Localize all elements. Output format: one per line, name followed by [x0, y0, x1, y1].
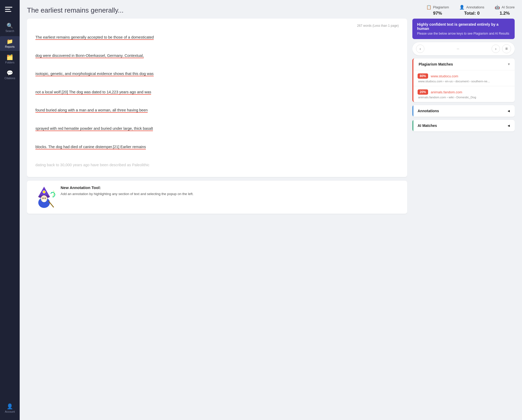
annotation-title: New Annotation Tool: [61, 185, 194, 190]
ai-matches-header[interactable]: AI Matches ◄ [412, 120, 515, 131]
stat-annotations: 👤 Annotations Total: 0 [459, 5, 484, 16]
right-panel: Highly confident text is generated entir… [412, 19, 515, 416]
annotations-chevron-icon: ◄ [507, 109, 510, 113]
sidebar-label-search: Search [6, 29, 14, 33]
main-content: The earliest remains generally... 📋 Plag… [20, 0, 522, 420]
sidebar-item-reports[interactable]: 📁 Reports [0, 36, 20, 51]
annotation-tool-card: New Annotation Tool: Add an annotation b… [27, 181, 407, 214]
annotations-section: Annotations ◄ [412, 105, 515, 117]
stat-ai-score: 🤖 AI Score 1.2% [495, 5, 515, 16]
content-area: 267 words (Less than 1 page) The earlies… [20, 19, 522, 420]
ai-chevron-icon: ◄ [507, 123, 510, 128]
reports-icon: 📁 [7, 39, 13, 44]
ai-score-label: AI Score [502, 5, 515, 9]
ai-matches-section: AI Matches ◄ [412, 120, 515, 131]
text-line-8: dating back to 30,000 years ago have bee… [35, 163, 150, 167]
svg-point-2 [43, 191, 45, 193]
annotations-icon: 👤 [459, 5, 465, 10]
folders-icon: 🗂️ [7, 55, 13, 60]
annotations-label: Annotations [466, 5, 484, 9]
sidebar-label-folders: Folders [5, 61, 14, 64]
text-line-2: dog were discovered in Bonn-Oberkassel, … [35, 53, 144, 58]
text-line-7: blocks. The dog had died of canine diste… [35, 145, 146, 149]
match-badge-1: 80% [418, 73, 428, 79]
stat-plagiarism: 📋 Plagiarism 97% [426, 5, 449, 16]
document-panel: 267 words (Less than 1 page) The earlies… [27, 19, 407, 416]
annotations-section-title: Annotations [418, 109, 439, 113]
top-bar: The earliest remains generally... 📋 Plag… [20, 0, 522, 19]
sidebar-navigation: 🔍 Search 📁 Reports 🗂️ Folders 💬 Citation… [0, 20, 20, 416]
word-count: 267 words (Less than 1 page) [35, 24, 399, 28]
account-icon: 👤 [7, 404, 13, 409]
annotation-description: Add an annotation by highlighting any se… [61, 191, 194, 197]
document-card: 267 words (Less than 1 page) The earlies… [27, 19, 407, 177]
next-button[interactable]: › [492, 45, 500, 53]
match-path-1: www.studocu.com › en-us › document › sou… [418, 80, 510, 83]
sidebar-item-citations[interactable]: 💬 Citations [0, 68, 20, 82]
svg-point-7 [42, 200, 46, 202]
sidebar-label-account: Account [5, 410, 15, 413]
match-path-2: animals.fandom.com › wiki › Domestic_Dog [418, 96, 510, 99]
annotation-text-block: New Annotation Tool: Add an annotation b… [61, 185, 194, 197]
plagiarism-matches-section: Plagiarism Matches ▼ 80% www.studocu.com… [412, 58, 515, 102]
sidebar-item-folders[interactable]: 🗂️ Folders [0, 52, 20, 67]
plagiarism-matches-title: Plagiarism Matches [419, 62, 453, 66]
sidebar-item-account[interactable]: 👤 Account [0, 401, 20, 416]
prev-button[interactable]: ‹ [416, 45, 424, 53]
text-line-1: The earliest remains generally accepted … [35, 35, 154, 40]
nav-controls: ‹ -- › ≡ [412, 42, 515, 55]
nav-separator: -- [427, 47, 489, 51]
text-line-4: not a local wolf.[20] The dog was dated … [35, 90, 151, 95]
page-title: The earliest remains generally... [27, 6, 124, 14]
text-line-5: found buried along with a man and a woma… [35, 108, 148, 113]
text-line-3: isotopic, genetic, and morphological evi… [35, 72, 154, 76]
citations-icon: 💬 [7, 70, 13, 76]
document-text: The earliest remains generally accepted … [35, 33, 399, 170]
match-badge-2: 20% [418, 89, 428, 95]
sidebar-logo[interactable] [5, 4, 15, 14]
ai-score-icon: 🤖 [495, 5, 500, 10]
plagiarism-match-2: 20% animals.fandom.com animals.fandom.co… [413, 86, 515, 102]
plagiarism-label: Plagiarism [433, 5, 449, 9]
ai-score-value: 1.2% [500, 11, 510, 16]
stats-bar: 📋 Plagiarism 97% 👤 Annotations Total: 0 … [426, 5, 515, 16]
match-url-1[interactable]: www.studocu.com [431, 74, 458, 78]
svg-point-6 [45, 198, 46, 199]
wizard-svg [33, 186, 56, 209]
ai-matches-title: AI Matches [418, 123, 437, 128]
plagiarism-matches-header[interactable]: Plagiarism Matches ▼ [413, 58, 515, 70]
wizard-illustration [32, 185, 56, 209]
sidebar-item-search[interactable]: 🔍 Search [0, 20, 20, 35]
svg-point-5 [42, 198, 44, 199]
text-line-6: sprayed with red hematite powder and bur… [35, 126, 153, 131]
banner-subtitle: Please use the below arrow keys to see P… [417, 32, 510, 35]
plagiarism-icon: 📋 [426, 5, 432, 10]
annotations-header[interactable]: Annotations ◄ [412, 105, 515, 117]
plagiarism-match-1: 80% www.studocu.com www.studocu.com › en… [413, 70, 515, 86]
info-banner: Highly confident text is generated entir… [412, 19, 515, 39]
sidebar-label-citations: Citations [4, 77, 15, 80]
plagiarism-chevron-icon: ▼ [507, 62, 510, 66]
nav-menu-button[interactable]: ≡ [502, 44, 511, 53]
plagiarism-value: 97% [433, 11, 442, 16]
sidebar: 🔍 Search 📁 Reports 🗂️ Folders 💬 Citation… [0, 0, 20, 420]
annotations-value: Total: 0 [464, 11, 480, 16]
sidebar-label-reports: Reports [5, 45, 15, 48]
banner-title: Highly confident text is generated entir… [417, 22, 510, 31]
search-icon: 🔍 [7, 23, 13, 28]
match-url-2[interactable]: animals.fandom.com [431, 90, 462, 94]
